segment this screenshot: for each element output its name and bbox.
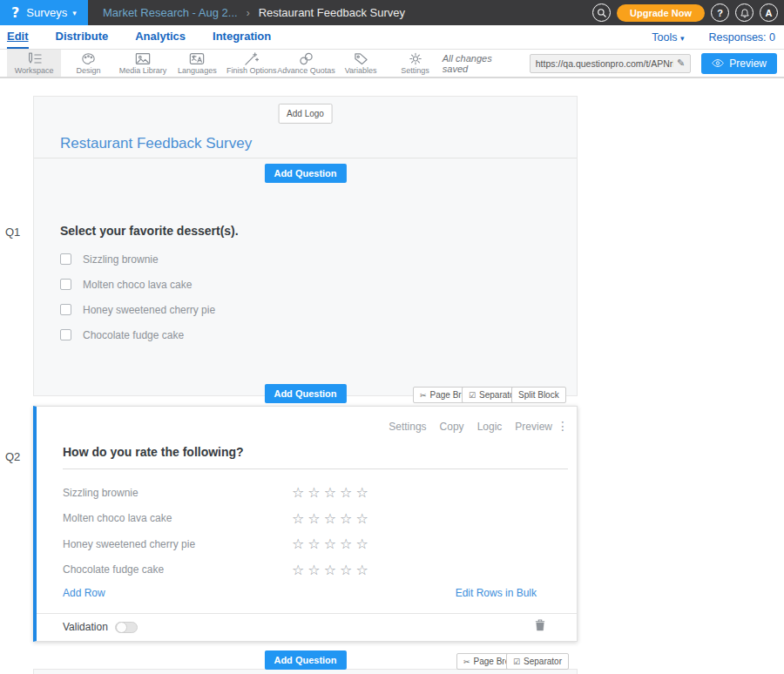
upgrade-now-button[interactable]: Upgrade Now bbox=[617, 4, 705, 22]
tools-menu[interactable]: Tools ▾ bbox=[652, 31, 684, 44]
q2-menu-item[interactable]: Logic bbox=[477, 421, 503, 433]
checkbox[interactable] bbox=[60, 329, 71, 340]
toolbar-tab-finish-options[interactable]: Finish Options bbox=[225, 50, 279, 77]
toolbar-right: All changes saved ✎ Preview bbox=[443, 50, 784, 77]
toolbar-tab-languages[interactable]: Languages bbox=[170, 50, 224, 77]
matrix-row: Honey sweetened cherry pie ☆☆☆☆☆ bbox=[63, 531, 568, 557]
questionpro-logo-icon: ? bbox=[11, 4, 19, 21]
insert-row-2: Add Question ✂Page Break ☑Separator bbox=[33, 654, 578, 671]
row-label[interactable]: Sizzling brownie bbox=[63, 487, 292, 499]
q1-question-text[interactable]: Select your favorite dessert(s). bbox=[60, 224, 239, 238]
add-question-button-top[interactable]: Add Question bbox=[264, 164, 346, 183]
checkbox[interactable] bbox=[60, 253, 71, 265]
preview-button[interactable]: Preview bbox=[701, 53, 777, 74]
edit-rows-in-bulk-link[interactable]: Edit Rows in Bulk bbox=[456, 587, 537, 599]
notifications-button[interactable] bbox=[735, 3, 754, 22]
q1-options: Sizzling brownie Molten choco lava cake … bbox=[60, 246, 215, 347]
add-question-button-bottom[interactable]: Add Question bbox=[264, 650, 346, 670]
option-label: Chocolate fudge cake bbox=[83, 329, 184, 341]
q2-action-menu: SettingsCopyLogicPreview bbox=[389, 421, 552, 433]
tag-icon bbox=[354, 52, 368, 65]
validation-row: Validation bbox=[63, 621, 138, 633]
q2-menu-item[interactable]: Copy bbox=[440, 421, 464, 433]
bell-icon bbox=[740, 8, 750, 18]
toolbar-tab-advance-quotas[interactable]: Advance Quotas bbox=[279, 50, 334, 77]
divider bbox=[34, 158, 577, 158]
validation-label: Validation bbox=[63, 621, 108, 633]
matrix-row: Chocolate fudge cake ☆☆☆☆☆ bbox=[63, 557, 568, 583]
toggle-knob bbox=[116, 622, 127, 633]
page-break-icon: ✂ bbox=[420, 391, 427, 400]
q2-menu-item[interactable]: Settings bbox=[389, 421, 426, 433]
checkbox-option[interactable]: Honey sweetened cherry pie bbox=[60, 297, 215, 322]
more-options-icon[interactable]: ⋮ bbox=[557, 419, 569, 433]
checkbox[interactable] bbox=[60, 304, 71, 315]
star-rating[interactable]: ☆☆☆☆☆ bbox=[292, 536, 372, 552]
toolbar-tab-settings[interactable]: Settings bbox=[388, 50, 442, 77]
question-number-q2: Q2 bbox=[5, 450, 20, 463]
checkbox-option[interactable]: Chocolate fudge cake bbox=[60, 322, 215, 347]
validation-toggle[interactable] bbox=[115, 622, 138, 633]
checkbox[interactable] bbox=[60, 279, 71, 290]
add-question-button-mid[interactable]: Add Question bbox=[264, 384, 346, 403]
insert-row-1: Add Question ✂Page Break ☑Separator Spli… bbox=[33, 388, 578, 405]
header-actions: Upgrade Now ? A bbox=[592, 3, 784, 22]
search-button[interactable] bbox=[592, 3, 611, 22]
survey-header-block: Add Logo Restaurant Feedback Survey Add … bbox=[33, 96, 578, 396]
gear-icon bbox=[409, 52, 422, 65]
separator-button-2[interactable]: ☑Separator bbox=[506, 653, 569, 670]
q2-matrix-rows: Sizzling brownie ☆☆☆☆☆ Molten choco lava… bbox=[63, 480, 568, 583]
breadcrumb-separator-icon: › bbox=[247, 7, 250, 19]
matrix-row: Molten choco lava cake ☆☆☆☆☆ bbox=[63, 506, 568, 532]
add-row-link[interactable]: Add Row bbox=[63, 587, 105, 599]
toolbar-tab-workspace[interactable]: Workspace bbox=[7, 50, 61, 77]
matrix-row: Sizzling brownie ☆☆☆☆☆ bbox=[63, 480, 568, 506]
help-button[interactable]: ? bbox=[711, 3, 729, 22]
responses-count[interactable]: Responses: 0 bbox=[709, 31, 775, 44]
row-label[interactable]: Chocolate fudge cake bbox=[63, 563, 292, 576]
option-label: Honey sweetened cherry pie bbox=[83, 304, 215, 316]
q2-menu-item[interactable]: Preview bbox=[515, 421, 552, 433]
eye-icon bbox=[712, 58, 724, 68]
star-rating[interactable]: ☆☆☆☆☆ bbox=[292, 484, 372, 501]
surveys-menu[interactable]: ? Surveys ▾ bbox=[0, 0, 88, 25]
add-logo-button[interactable]: Add Logo bbox=[278, 104, 333, 124]
tab-integration[interactable]: Integration bbox=[213, 25, 271, 49]
checkbox-option[interactable]: Molten choco lava cake bbox=[60, 272, 215, 297]
survey-editor-canvas: Q1 Q2 Add Logo Restaurant Feedback Surve… bbox=[0, 78, 784, 674]
page-break-icon: ✂ bbox=[463, 657, 470, 666]
survey-title[interactable]: Restaurant Feedback Survey bbox=[60, 135, 252, 152]
tab-edit[interactable]: Edit bbox=[7, 25, 29, 49]
section-nav: Edit Distribute Analytics Integration To… bbox=[0, 25, 784, 50]
tab-distribute[interactable]: Distribute bbox=[56, 25, 109, 49]
star-rating[interactable]: ☆☆☆☆☆ bbox=[292, 562, 372, 578]
delete-question-button[interactable] bbox=[535, 619, 545, 635]
separator-icon: ☑ bbox=[513, 657, 520, 666]
toolbar-tab-design[interactable]: Design bbox=[61, 50, 115, 77]
row-label[interactable]: Honey sweetened cherry pie bbox=[63, 538, 292, 550]
row-label[interactable]: Molten choco lava cake bbox=[63, 512, 292, 524]
autosave-status: All changes saved bbox=[443, 53, 519, 74]
workspace-icon bbox=[26, 52, 42, 65]
edit-toolbar: Workspace Design Media Library Languages… bbox=[0, 50, 784, 78]
checkbox-option[interactable]: Sizzling brownie bbox=[60, 246, 215, 272]
star-rating[interactable]: ☆☆☆☆☆ bbox=[292, 510, 372, 527]
translate-icon bbox=[189, 52, 205, 65]
nav-right: Tools ▾ Responses: 0 bbox=[652, 31, 775, 44]
split-block-button[interactable]: Split Block bbox=[511, 387, 566, 403]
survey-url-box: ✎ bbox=[530, 54, 692, 73]
divider bbox=[37, 613, 577, 614]
option-label: Molten choco lava cake bbox=[83, 279, 192, 291]
toolbar-tab-variables[interactable]: Variables bbox=[334, 50, 388, 77]
edit-url-icon[interactable]: ✎ bbox=[677, 57, 685, 69]
survey-url-input[interactable] bbox=[536, 58, 673, 69]
q2-question-text[interactable]: How do you rate the following? bbox=[63, 445, 568, 469]
account-avatar[interactable]: A bbox=[760, 3, 778, 22]
tab-analytics[interactable]: Analytics bbox=[135, 25, 186, 49]
magic-wand-icon bbox=[244, 52, 259, 65]
breadcrumb-folder[interactable]: Market Research - Aug 2... bbox=[103, 6, 238, 19]
question-number-q1: Q1 bbox=[5, 226, 20, 239]
q2-question-block[interactable]: SettingsCopyLogicPreview ⋮ How do you ra… bbox=[33, 406, 578, 642]
chevron-down-icon: ▾ bbox=[72, 9, 77, 17]
toolbar-tab-media-library[interactable]: Media Library bbox=[116, 50, 170, 77]
